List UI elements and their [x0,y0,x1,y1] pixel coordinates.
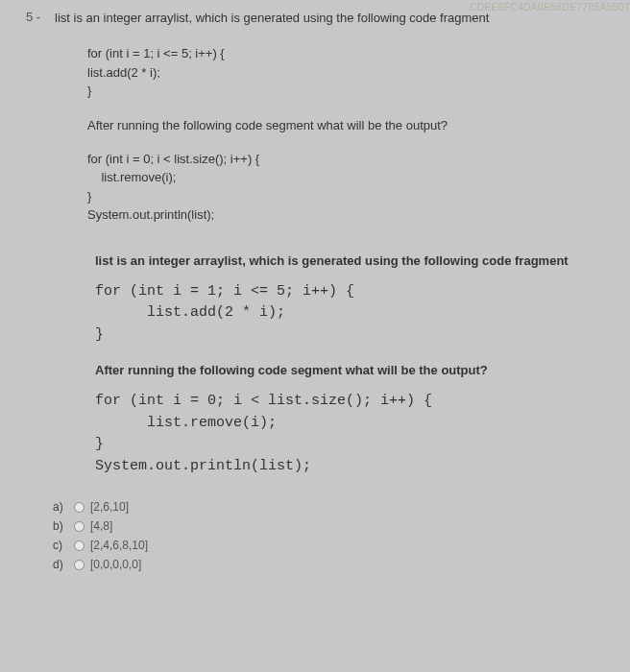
code-fragment-1: for (int i = 1; i <= 5; i++) { list.add(… [87,44,611,101]
option-text: [2,4,6,8,10] [90,539,148,552]
radio-icon[interactable] [74,502,85,513]
watermark-text: CDEE6FC4DA0E58DE7785A5507 [470,2,630,12]
question-intro: list is an integer arraylist, which is g… [55,10,489,27]
option-letter: d) [53,558,68,571]
code-fragment-2: for (int i = 0; i < list.size(); i++) { … [87,150,611,225]
radio-icon[interactable] [74,560,85,570]
secondary-intro: list is an integer arraylist, which is g… [95,253,611,268]
option-text: [0,0,0,0,0] [90,558,141,571]
question-number: 5 - [26,10,43,24]
option-d[interactable]: d) [0,0,0,0,0] [53,558,611,571]
option-letter: c) [53,539,68,552]
option-a[interactable]: a) [2,6,10] [53,500,611,514]
prompt-1: After running the following code segment… [87,118,611,132]
mono-code-1: for (int i = 1; i <= 5; i++) { list.add(… [95,281,611,347]
answer-options: a) [2,6,10] b) [4,8] c) [2,4,6,8,10] d) … [53,500,611,571]
option-letter: b) [53,519,68,533]
option-b[interactable]: b) [4,8] [53,519,611,533]
option-letter: a) [53,500,68,514]
option-text: [2,6,10] [90,500,129,514]
radio-icon[interactable] [74,540,85,551]
question-content: 5 - list is an integer arraylist, which … [0,0,630,596]
radio-icon[interactable] [74,521,85,532]
secondary-section: list is an integer arraylist, which is g… [95,248,611,478]
option-c[interactable]: c) [2,4,6,8,10] [53,539,611,552]
prompt-2: After running the following code segment… [95,363,611,377]
option-text: [4,8] [90,519,112,533]
mono-code-2: for (int i = 0; i < list.size(); i++) { … [95,391,611,477]
